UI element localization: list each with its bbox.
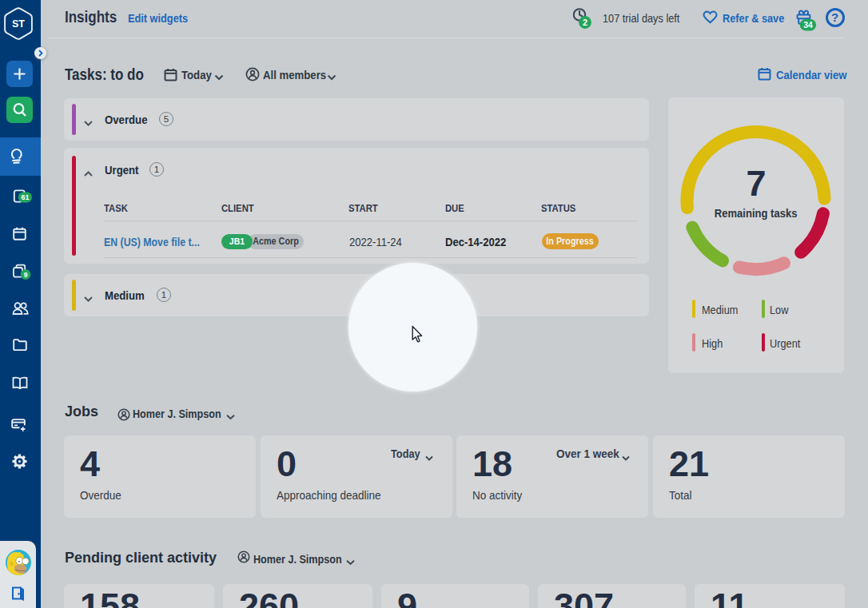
svg-text:61: 61 [21, 193, 29, 201]
svg-text:2: 2 [583, 18, 587, 27]
svg-text:ST: ST [12, 18, 25, 30]
svg-text:34: 34 [803, 20, 813, 30]
svg-text:9: 9 [24, 271, 28, 279]
